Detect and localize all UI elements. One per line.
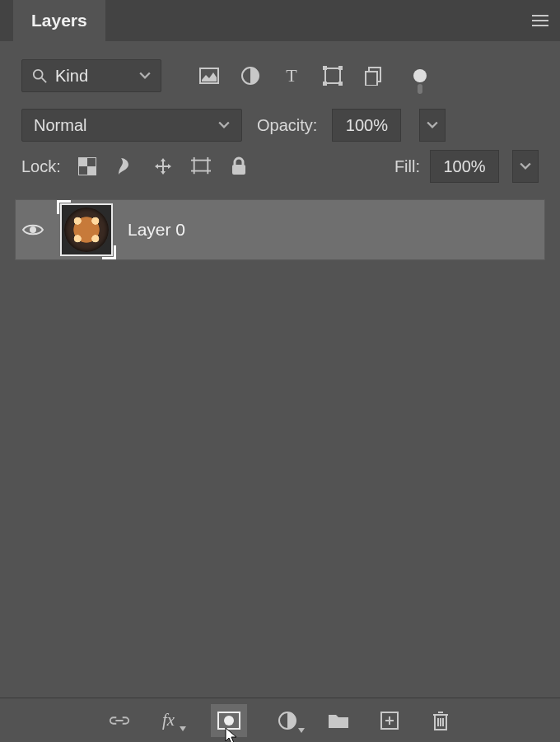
opacity-label: Opacity: (257, 116, 317, 135)
layers-panel: Layers Kind (0, 0, 560, 742)
svg-text:T: T (286, 67, 297, 85)
svg-text:fx: fx (162, 710, 175, 730)
panel-tabbar: Layers (0, 0, 560, 41)
svg-rect-8 (325, 68, 340, 83)
svg-point-28 (30, 226, 36, 233)
filter-pixel-icon[interactable] (199, 66, 219, 86)
svg-rect-0 (532, 15, 548, 16)
eye-icon (22, 222, 44, 237)
add-mask-button[interactable] (211, 704, 247, 737)
cursor-icon (224, 727, 239, 743)
thumbnail-image (64, 208, 109, 252)
chevron-down-icon (218, 119, 230, 131)
panel-menu-button[interactable] (520, 0, 560, 41)
lock-label: Lock: (21, 157, 61, 176)
filter-type-text-icon[interactable]: T (282, 66, 301, 86)
opacity-value-input[interactable]: 100% (332, 109, 401, 142)
tab-layers[interactable]: Layers (13, 0, 105, 41)
fill-label: Fill: (394, 157, 420, 176)
svg-rect-1 (532, 20, 548, 21)
svg-rect-2 (532, 25, 548, 26)
blend-mode-dropdown[interactable]: Normal (21, 109, 242, 142)
fill-value-text: 100% (443, 157, 485, 176)
opacity-slider-toggle[interactable] (419, 109, 446, 142)
link-layers-button[interactable] (109, 710, 130, 731)
lock-position-icon[interactable] (153, 156, 173, 176)
delete-layer-button[interactable] (430, 710, 451, 731)
chevron-down-icon (427, 119, 438, 131)
filter-shape-icon[interactable] (323, 66, 343, 86)
lock-image-icon[interactable] (115, 156, 135, 176)
layers-list: Layer 0 (0, 194, 560, 698)
layer-style-button[interactable]: fx (160, 710, 181, 731)
filter-toggle-switch[interactable] (413, 69, 427, 82)
svg-rect-18 (194, 161, 208, 171)
svg-rect-17 (87, 166, 96, 175)
svg-rect-27 (232, 165, 245, 175)
filter-type-dropdown[interactable]: Kind (21, 59, 161, 92)
panel-controls: Kind T (0, 41, 560, 150)
svg-rect-11 (323, 82, 327, 86)
filter-adjustment-icon[interactable] (240, 66, 260, 86)
lock-icons (77, 156, 249, 176)
panel-footer: fx (0, 698, 560, 742)
svg-rect-14 (366, 72, 377, 86)
layer-thumbnail[interactable] (60, 203, 113, 256)
layer-visibility-toggle[interactable] (21, 222, 45, 237)
fill-value-input[interactable]: 100% (430, 150, 499, 183)
filter-type-label: Kind (55, 67, 131, 86)
opacity-value-text: 100% (346, 116, 388, 135)
lock-transparent-icon[interactable] (77, 156, 97, 176)
svg-point-31 (224, 716, 234, 726)
svg-line-4 (42, 78, 46, 82)
new-layer-button[interactable] (379, 710, 400, 731)
svg-point-3 (34, 70, 43, 79)
lock-row: Lock: Fill: 100% (0, 150, 560, 194)
blend-mode-label: Normal (34, 116, 218, 135)
tab-label: Layers (31, 11, 87, 30)
chevron-down-icon (520, 161, 531, 172)
adjustment-layer-button[interactable] (277, 710, 298, 731)
filter-smartobject-icon[interactable] (364, 66, 384, 86)
new-group-button[interactable] (328, 710, 349, 731)
lock-all-icon[interactable] (229, 156, 249, 176)
chevron-down-icon (139, 70, 151, 82)
svg-rect-12 (338, 82, 343, 86)
layer-name-label[interactable]: Layer 0 (128, 220, 185, 240)
svg-rect-16 (78, 157, 87, 166)
menu-icon (532, 14, 548, 27)
layer-row[interactable]: Layer 0 (15, 199, 545, 260)
lock-artboard-icon[interactable] (191, 156, 211, 176)
search-icon (32, 68, 47, 83)
filter-icons-row: T (199, 66, 427, 86)
svg-rect-10 (338, 66, 343, 70)
fill-slider-toggle[interactable] (512, 150, 539, 183)
svg-rect-9 (323, 66, 327, 70)
